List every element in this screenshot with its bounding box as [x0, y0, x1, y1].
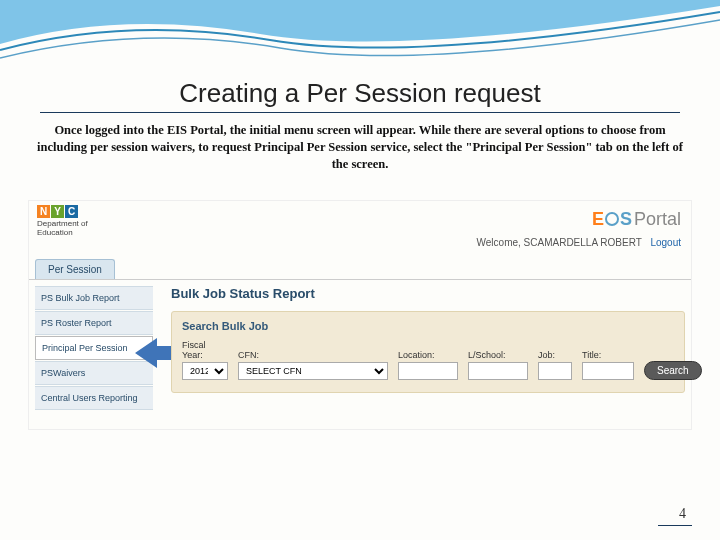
label-cfn: CFN: [238, 350, 388, 360]
location-input[interactable] [398, 362, 458, 380]
tab-per-session[interactable]: Per Session [35, 259, 115, 279]
top-tabbar: Per Session [35, 259, 115, 279]
app-screenshot: N Y C Department ofEducation ESPortal We… [28, 200, 692, 430]
ring-icon [605, 212, 619, 226]
field-fiscal-year: Fiscal Year: 2012 [182, 340, 228, 380]
label-lschool: L/School: [468, 350, 528, 360]
slide-title: Creating a Per Session request [0, 78, 720, 109]
search-panel-title: Search Bulk Job [182, 320, 674, 332]
nyc-logo-n: N [37, 205, 50, 218]
slide-instruction: Once logged into the EIS Portal, the ini… [30, 122, 690, 173]
nyc-logo-c: C [65, 205, 78, 218]
eis-portal-logo: ESPortal [592, 209, 681, 230]
decorative-wave [0, 0, 720, 80]
app-header: N Y C Department ofEducation ESPortal We… [29, 201, 691, 253]
sidebar-item-central-users-reporting[interactable]: Central Users Reporting [35, 386, 153, 410]
nyc-dept-label: Department ofEducation [37, 220, 88, 238]
main-panel: Bulk Job Status Report Search Bulk Job F… [171, 286, 685, 393]
sidebar: PS Bulk Job Report PS Roster Report Prin… [35, 286, 153, 411]
label-title: Title: [582, 350, 634, 360]
field-cfn: CFN: SELECT CFN [238, 350, 388, 380]
logout-link[interactable]: Logout [650, 237, 681, 248]
cfn-select[interactable]: SELECT CFN [238, 362, 388, 380]
panel-title: Bulk Job Status Report [171, 286, 685, 301]
sidebar-item-ps-bulk-job-report[interactable]: PS Bulk Job Report [35, 286, 153, 310]
fiscal-year-select[interactable]: 2012 [182, 362, 228, 380]
title-underline [40, 112, 680, 113]
label-job: Job: [538, 350, 572, 360]
sidebar-item-pswaivers[interactable]: PSWaivers [35, 361, 153, 385]
sidebar-item-ps-roster-report[interactable]: PS Roster Report [35, 311, 153, 335]
job-input[interactable] [538, 362, 572, 380]
field-title: Title: [582, 350, 634, 380]
page-number-underline [658, 525, 692, 526]
lschool-input[interactable] [468, 362, 528, 380]
page-number: 4 [679, 506, 686, 522]
nyc-doe-logo: N Y C Department ofEducation [37, 205, 88, 238]
title-input[interactable] [582, 362, 634, 380]
welcome-username: SCAMARDELLA ROBERT [524, 237, 642, 248]
label-location: Location: [398, 350, 458, 360]
nyc-logo-y: Y [51, 205, 64, 218]
sidebar-item-principal-per-session[interactable]: Principal Per Session [35, 336, 153, 360]
search-button[interactable]: Search [644, 361, 702, 380]
field-location: Location: [398, 350, 458, 380]
field-lschool: L/School: [468, 350, 528, 380]
welcome-text: Welcome, SCAMARDELLA ROBERT Logout [477, 237, 681, 248]
label-fiscal-year: Fiscal Year: [182, 340, 228, 360]
search-bulk-job-panel: Search Bulk Job Fiscal Year: 2012 CFN: S… [171, 311, 685, 393]
field-job: Job: [538, 350, 572, 380]
